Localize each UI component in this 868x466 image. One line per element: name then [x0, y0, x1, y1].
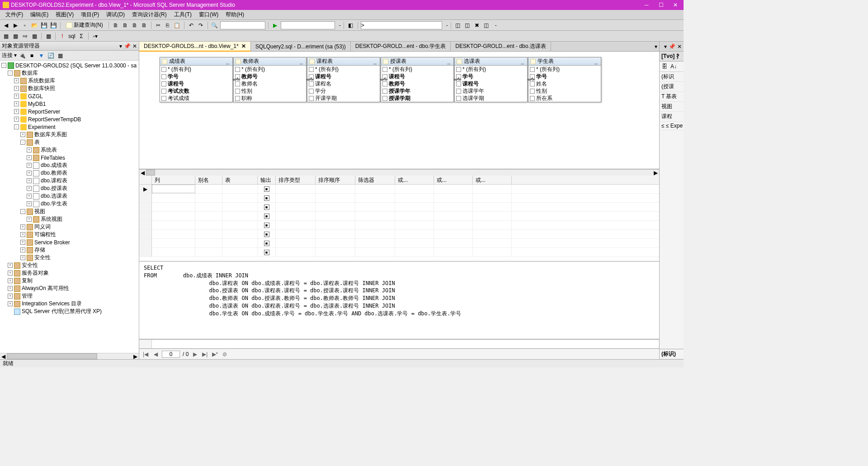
column-item[interactable]: 职称 — [234, 95, 306, 102]
tree-sqlagent[interactable]: SQL Server 代理(已禁用代理 XP) — [0, 308, 139, 315]
output-checkbox[interactable]: ■ — [264, 250, 269, 255]
column-checkbox[interactable] — [161, 89, 166, 94]
grid-cell[interactable] — [473, 248, 512, 257]
grid-cell[interactable] — [195, 185, 222, 193]
toolbar-fwd-icon[interactable]: ▶ — [11, 21, 19, 29]
table-minimize-icon[interactable]: _ — [372, 58, 378, 65]
toolbar-back-icon[interactable]: ◀ — [2, 21, 10, 29]
oe-hscroll[interactable]: ◀▶ — [0, 353, 139, 359]
column-item[interactable]: 课程号 — [160, 80, 232, 87]
row-selector[interactable] — [139, 221, 152, 229]
grid-cell[interactable] — [222, 239, 258, 247]
prop-dropdown-icon[interactable]: ▾ — [664, 43, 667, 50]
grid-cell[interactable] — [473, 203, 512, 211]
grid-cell[interactable] — [395, 230, 434, 238]
column-checkbox[interactable] — [382, 89, 387, 94]
column-checkbox[interactable] — [456, 89, 461, 94]
tb2-addtable-icon[interactable]: ▦ — [44, 32, 52, 40]
grid-header-8[interactable]: 或... — [434, 176, 473, 184]
diagram-table-授课表[interactable]: 授课表_* (所有列)课程号教师号授课学年授课学期 — [381, 57, 454, 102]
grid-cell[interactable] — [434, 221, 473, 229]
toolbar-misc5-icon[interactable]: - — [492, 21, 500, 29]
grid-cell[interactable] — [434, 248, 473, 257]
grid-cell[interactable] — [434, 203, 473, 211]
toolbar-find-combo[interactable] — [220, 21, 265, 29]
tab-view1[interactable]: DESKTOP-GROLDS...nt - dbo.View_1*✕ — [139, 42, 251, 52]
column-checkbox[interactable] — [456, 74, 461, 79]
column-item[interactable]: * (所有列) — [381, 66, 453, 73]
grid-cell[interactable] — [276, 248, 316, 257]
tb2-results-icon[interactable]: ▦ — [30, 32, 38, 40]
grid-cell[interactable] — [316, 203, 355, 211]
grid-cell[interactable] — [355, 221, 395, 229]
column-item[interactable]: 考试次数 — [160, 87, 232, 95]
tree-tbl-xuesheng[interactable]: +dbo.学生表 — [0, 200, 139, 208]
panel-dropdown-icon[interactable]: ▾ — [119, 43, 122, 49]
output-checkbox[interactable]: ■ — [264, 186, 269, 192]
output-checkbox[interactable]: ■ — [264, 232, 269, 237]
column-item[interactable]: 授课学年 — [381, 87, 453, 95]
criteria-row[interactable]: ■ — [139, 221, 659, 230]
column-item[interactable]: 学号 — [528, 73, 601, 80]
grid-cell[interactable] — [222, 185, 258, 193]
grid-cell[interactable] — [395, 185, 434, 193]
tab-xuanke[interactable]: DESKTOP-GROLD...ent - dbo.选课表 — [451, 42, 551, 51]
grid-cell[interactable] — [152, 203, 195, 211]
toolbar-db3-icon[interactable]: 🗎 — [131, 21, 139, 29]
grid-cell[interactable] — [473, 221, 512, 229]
output-checkbox[interactable]: ■ — [264, 241, 269, 246]
tree-isc[interactable]: +Integration Services 目录 — [0, 300, 139, 308]
grid-header-7[interactable]: 或... — [395, 176, 434, 184]
column-item[interactable]: 性别 — [528, 87, 601, 95]
grid-cell[interactable] — [222, 248, 258, 257]
criteria-pane[interactable]: 列别名表输出排序类型排序顺序筛选器或...或...或... ▶■■■■■■■■ — [139, 176, 659, 262]
toolbar-workspace-icon[interactable]: ◧ — [347, 21, 355, 29]
output-checkbox[interactable]: ■ — [264, 223, 269, 228]
grid-cell[interactable] — [316, 185, 355, 193]
grid-cell[interactable]: ■ — [258, 212, 276, 220]
prop-pin-icon[interactable]: 📌 — [669, 43, 675, 50]
criteria-row[interactable]: ▶■ — [139, 185, 659, 194]
column-item[interactable]: 授课学期 — [381, 95, 453, 102]
grid-cell[interactable] — [152, 194, 195, 202]
output-checkbox[interactable]: ■ — [264, 195, 269, 201]
grid-cell[interactable] — [355, 194, 395, 202]
grid-cell[interactable] — [276, 203, 316, 211]
grid-cell[interactable] — [152, 212, 195, 220]
sql-pane[interactable]: SELECT FROM dbo.成绩表 INNER JOIN dbo.课程表 O… — [139, 262, 659, 339]
grid-cell[interactable] — [316, 221, 355, 229]
row-selector[interactable] — [139, 248, 152, 257]
column-checkbox[interactable] — [456, 81, 461, 86]
diagram-table-课程表[interactable]: 课程表_* (所有列)课程号课程名学分开课学期 — [307, 57, 380, 102]
grid-cell[interactable] — [434, 212, 473, 220]
prop-row2[interactable]: (授课 — [660, 82, 684, 92]
object-explorer-tree[interactable]: -DESKTOP-GROLDS2 (SQL Server 11.0.3000 -… — [0, 61, 139, 353]
grid-cell[interactable] — [222, 194, 258, 202]
column-item[interactable]: 考试成绩 — [160, 95, 232, 102]
grid-cell[interactable] — [355, 230, 395, 238]
criteria-row[interactable]: ■ — [139, 239, 659, 248]
grid-cell[interactable] — [316, 212, 355, 220]
nav-current-input[interactable] — [162, 351, 180, 358]
grid-cell[interactable] — [355, 212, 395, 220]
grid-header-0[interactable]: 列 — [152, 176, 195, 184]
nav-first-icon[interactable]: |◀ — [142, 351, 149, 358]
tree-tbl-xuanke[interactable]: +dbo.选课表 — [0, 192, 139, 200]
tree-filetables[interactable]: +FileTables — [0, 154, 139, 162]
grid-cell[interactable] — [195, 203, 222, 211]
tree-snapshots[interactable]: +数据库快照 — [0, 85, 139, 92]
grid-cell[interactable] — [473, 230, 512, 238]
tree-views[interactable]: -视图 — [0, 208, 139, 215]
diagram-pane[interactable]: 成绩表_* (所有列)学号课程号考试次数考试成绩教师表_* (所有列)教师号教师… — [139, 52, 659, 169]
column-checkbox[interactable] — [309, 67, 314, 72]
tb2-groupby-icon[interactable]: Σ — [77, 32, 85, 40]
grid-cell[interactable] — [152, 230, 195, 238]
grid-cell[interactable]: ■ — [258, 248, 276, 257]
column-checkbox[interactable] — [456, 96, 461, 101]
column-checkbox[interactable] — [161, 74, 166, 79]
column-checkbox[interactable] — [309, 81, 314, 86]
column-item[interactable]: * (所有列) — [307, 66, 380, 73]
column-checkbox[interactable] — [382, 81, 387, 86]
grid-cell[interactable] — [195, 248, 222, 257]
tree-securitydb[interactable]: +安全性 — [0, 254, 139, 262]
